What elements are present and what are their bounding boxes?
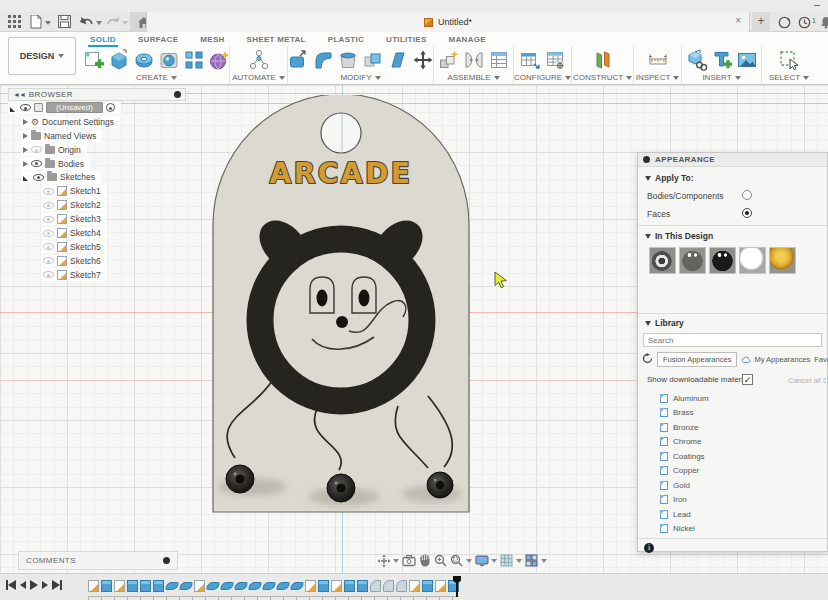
in-this-design-section-header[interactable]: In This Design <box>645 231 713 241</box>
cancel-downloads-link[interactable]: Cancel all Do <box>788 376 826 385</box>
timeline-feature[interactable] <box>262 582 276 590</box>
timeline-play-button[interactable] <box>30 580 38 590</box>
timeline-feature[interactable] <box>234 582 248 590</box>
redo-caret[interactable] <box>122 21 128 25</box>
timeline-feature[interactable] <box>409 580 420 592</box>
tab-my-appearances[interactable]: My Appearances <box>741 355 810 364</box>
timeline-feature[interactable] <box>127 580 138 592</box>
configuration-icon[interactable] <box>544 49 566 71</box>
refresh-icon[interactable] <box>642 353 653 366</box>
redo-icon[interactable] <box>106 15 120 29</box>
library-section-header[interactable]: Library <box>645 318 684 328</box>
group-label-inspect[interactable]: INSPECT <box>636 73 680 82</box>
ribbon-tab[interactable]: MESH <box>198 33 226 47</box>
ribbon-tab[interactable]: SHEET METAL <box>245 33 308 47</box>
timeline-feature[interactable] <box>370 580 381 592</box>
apply-to-section-header[interactable]: Apply To: <box>645 173 694 183</box>
create-sketch-icon[interactable] <box>83 49 105 71</box>
browser-item-sketch[interactable]: Sketch1 <box>8 184 186 198</box>
visibility-eye-icon[interactable] <box>33 174 44 181</box>
browser-item-sketch[interactable]: Sketch6 <box>8 254 186 268</box>
appearance-swatch[interactable] <box>709 247 736 274</box>
ribbon-tab[interactable]: SOLID <box>88 33 118 47</box>
material-folder-row[interactable]: Iron <box>638 493 827 508</box>
new-component-icon[interactable] <box>438 49 460 71</box>
notification-clock-icon[interactable]: 1 <box>798 15 812 29</box>
display-settings-caret[interactable] <box>491 559 497 563</box>
timeline-feature[interactable] <box>318 580 329 592</box>
material-folder-row[interactable]: Bronze <box>638 420 827 435</box>
save-icon[interactable] <box>58 15 72 29</box>
material-folder-row[interactable]: Aluminum <box>638 391 827 406</box>
group-label-construct[interactable]: CONSTRUCT <box>573 73 632 82</box>
browser-panel-header[interactable]: ◄◄ BROWSER <box>8 88 186 101</box>
timeline-feature[interactable] <box>165 582 179 590</box>
appearance-swatch[interactable] <box>769 247 796 274</box>
measure-icon[interactable] <box>647 49 669 71</box>
collapsed-arrow-icon[interactable] <box>23 147 28 153</box>
move-copy-icon[interactable] <box>412 49 434 71</box>
show-downloadable-checkbox[interactable]: ✓ <box>742 374 753 385</box>
panel-options-icon[interactable] <box>163 557 170 564</box>
browser-item-sketches[interactable]: Sketches <box>8 171 186 185</box>
viewports-icon[interactable] <box>524 553 539 568</box>
grid-settings-caret[interactable] <box>516 559 522 563</box>
display-settings-icon[interactable] <box>474 553 489 568</box>
group-label-modify[interactable]: MODIFY <box>340 73 380 82</box>
timeline-feature[interactable] <box>422 580 433 592</box>
collapsed-arrow-icon[interactable] <box>23 133 28 139</box>
visibility-eye-icon[interactable] <box>43 202 54 209</box>
configure-table-icon[interactable] <box>519 49 541 71</box>
timeline-step-forward-button[interactable] <box>42 581 48 589</box>
panel-options-icon[interactable] <box>174 91 181 98</box>
appearance-swatch[interactable] <box>649 247 676 274</box>
visibility-eye-icon[interactable] <box>43 230 54 237</box>
visibility-eye-icon[interactable] <box>43 188 54 195</box>
pattern-icon[interactable] <box>183 49 205 71</box>
minimize-button[interactable]: – <box>814 0 820 10</box>
timeline-feature[interactable] <box>305 580 316 592</box>
create-form-icon[interactable] <box>208 49 230 71</box>
comments-panel[interactable]: COMMENTS <box>18 551 178 570</box>
fit-caret[interactable] <box>466 559 472 563</box>
collapsed-arrow-icon[interactable] <box>23 119 28 125</box>
shell-icon[interactable] <box>337 49 359 71</box>
timeline-feature[interactable] <box>140 580 151 592</box>
timeline-feature[interactable] <box>435 580 446 592</box>
keychain-model[interactable]: ARCADE <box>200 95 480 530</box>
workspace-switcher[interactable]: DESIGN <box>8 37 76 75</box>
pan-icon[interactable] <box>417 553 432 568</box>
file-menu-caret[interactable] <box>45 21 51 25</box>
tab-favorites[interactable]: Favorites <box>814 355 828 364</box>
appearance-dialog-header[interactable]: APPEARANCE <box>638 153 827 167</box>
material-folder-row[interactable]: Lead <box>638 507 827 522</box>
browser-item-root[interactable]: (Unsaved) <box>8 101 186 115</box>
visibility-eye-icon[interactable] <box>31 146 42 153</box>
timeline-step-back-button[interactable] <box>20 581 26 589</box>
bodies-components-radio[interactable] <box>742 190 752 200</box>
bom-icon[interactable] <box>488 49 510 71</box>
timeline-feature[interactable] <box>290 582 304 590</box>
visibility-eye-icon[interactable] <box>43 257 54 264</box>
ribbon-tab[interactable]: UTILITIES <box>384 33 428 47</box>
file-menu-icon[interactable] <box>30 15 44 29</box>
timeline-feature[interactable] <box>344 580 355 592</box>
construct-plane-icon[interactable] <box>592 49 614 71</box>
activate-radio-icon[interactable] <box>106 103 115 112</box>
combine-icon[interactable] <box>362 49 384 71</box>
panel-handle-icon[interactable] <box>643 156 650 163</box>
timeline-feature[interactable] <box>383 580 394 592</box>
fit-icon[interactable] <box>449 553 464 568</box>
timeline-feature[interactable] <box>179 582 193 590</box>
apps-grid-icon[interactable] <box>8 15 22 29</box>
close-tab-icon[interactable]: × <box>735 15 741 26</box>
job-status-icon[interactable] <box>778 15 792 29</box>
viewports-caret[interactable] <box>541 559 547 563</box>
grid-settings-icon[interactable] <box>499 553 514 568</box>
extrude-icon[interactable] <box>108 49 130 71</box>
browser-item-sketch[interactable]: Sketch4 <box>8 226 186 240</box>
select-icon[interactable] <box>778 49 800 71</box>
timeline-skip-end-button[interactable] <box>52 580 62 590</box>
timeline-playhead[interactable] <box>453 576 461 597</box>
expanded-arrow-icon[interactable] <box>23 176 28 181</box>
